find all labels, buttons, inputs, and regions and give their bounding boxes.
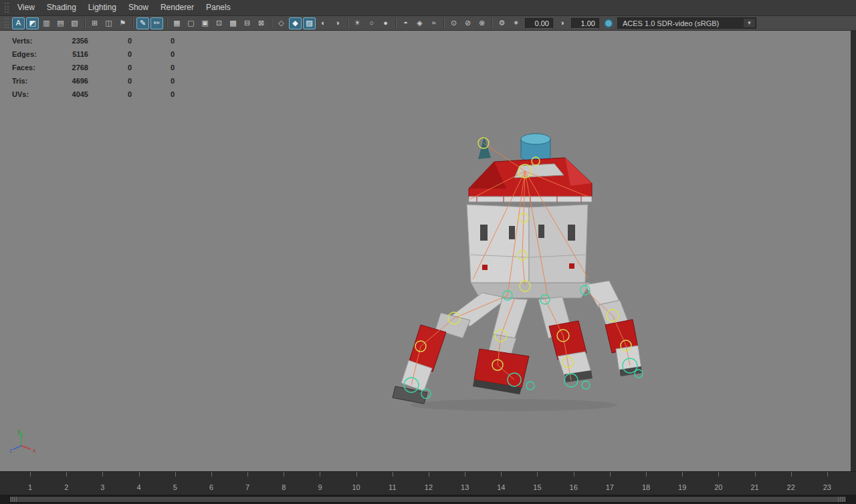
timeline-frame-number: 5	[173, 483, 177, 491]
toolbar-grip[interactable]	[5, 18, 9, 28]
color-management-icon[interactable]	[604, 19, 613, 28]
menubar-items: ViewShadingLightingShowRendererPanels	[11, 0, 237, 16]
2d-pan-zoom-icon[interactable]: ⊞	[88, 17, 101, 29]
menu-item-view[interactable]: View	[11, 0, 41, 16]
timeline-tick	[175, 472, 176, 477]
range-end-handle[interactable]	[838, 497, 846, 502]
wireframe-icon[interactable]: ◇	[275, 17, 288, 29]
timeline-frame-number: 21	[750, 483, 758, 491]
hud-row: UVs:404500	[12, 88, 175, 101]
timeline-frame[interactable]: 12	[411, 472, 447, 495]
grid-icon[interactable]: ▦	[171, 17, 183, 29]
gamma-icon[interactable]: ◑	[556, 17, 568, 29]
timeline-frame[interactable]: 1	[12, 472, 48, 495]
shaded-icon[interactable]: ◆	[289, 17, 302, 29]
image-plane-icon[interactable]: ▧	[68, 17, 81, 29]
timeline-frame-number: 7	[245, 483, 249, 491]
safe-title-icon[interactable]: ⊠	[255, 17, 268, 29]
lighting-default-icon[interactable]: ○	[365, 17, 378, 29]
hud-row: Tris:469600	[12, 74, 175, 88]
time-slider[interactable]: 1234567891011121314151617181920212223	[0, 471, 856, 495]
timeline-tick	[320, 472, 320, 477]
menu-item-panels[interactable]: Panels	[200, 0, 237, 16]
hud-value: 4696	[52, 77, 88, 85]
menu-item-shading[interactable]: Shading	[41, 0, 82, 16]
timeline-frame-number: 9	[318, 483, 322, 491]
timeline-tick	[610, 472, 611, 477]
timeline-frame[interactable]: 5	[157, 472, 193, 495]
timeline-frame-number: 22	[787, 483, 795, 491]
menu-item-renderer[interactable]: Renderer	[154, 0, 200, 16]
use-default-material-icon[interactable]: ◐	[317, 17, 330, 29]
timeline-tick	[247, 472, 248, 477]
film-gate-icon[interactable]: ▢	[185, 17, 197, 29]
menu-item-show[interactable]: Show	[122, 0, 154, 16]
hud-value: 4045	[52, 90, 88, 98]
film-strip-icon[interactable]: ◫	[102, 17, 115, 29]
toolbar-separator	[443, 18, 444, 28]
viewport-3d[interactable]: Verts:235600Edges:511600Faces:276800Tris…	[0, 31, 856, 471]
resolution-gate-icon[interactable]: ▣	[199, 17, 211, 29]
grease-marker-icon[interactable]: ✏	[150, 17, 163, 29]
timeline-frame-number: 14	[497, 483, 505, 491]
timeline-tick	[537, 472, 538, 477]
hud-value-col3: 0	[132, 50, 175, 58]
range-start-handle[interactable]	[10, 497, 18, 502]
exposure-icon[interactable]: ✶	[510, 17, 522, 29]
safe-action-icon[interactable]: ⊟	[241, 17, 253, 29]
lock-camera-icon[interactable]: ◩	[26, 17, 39, 29]
anti-aliasing-icon[interactable]: ≈	[427, 17, 440, 29]
select-camera-icon[interactable]: A	[12, 17, 25, 29]
gamma-field[interactable]: 1.00	[571, 18, 599, 29]
wireframe-on-shaded-icon[interactable]: ◑	[331, 17, 344, 29]
motion-blur-icon[interactable]: ◈	[413, 17, 426, 29]
display-settings-gear-icon[interactable]: ⚙	[496, 17, 508, 29]
timeline-frame[interactable]: 17	[592, 472, 628, 495]
bookmarks-icon[interactable]: ▤	[54, 17, 67, 29]
range-slider-bar[interactable]	[9, 496, 847, 503]
timeline-frame[interactable]: 19	[664, 472, 700, 495]
timeline-frame[interactable]: 13	[447, 472, 483, 495]
x-ray-joints-icon[interactable]: ⊗	[475, 17, 488, 29]
timeline-frame[interactable]: 20	[700, 472, 736, 495]
timeline-frame-number: 12	[425, 483, 433, 491]
hud-value-col3: 0	[132, 37, 175, 45]
timeline-tick	[501, 472, 502, 477]
timeline-frame[interactable]: 3	[84, 472, 120, 495]
hud-value-col2: 0	[88, 64, 132, 72]
field-chart-icon[interactable]: ▩	[227, 17, 239, 29]
timeline-frame[interactable]: 10	[338, 472, 374, 495]
timeline-frame[interactable]: 22	[773, 472, 809, 495]
timeline-frame[interactable]: 21	[736, 472, 772, 495]
timeline-frame[interactable]: 16	[556, 472, 592, 495]
timeline-frame[interactable]: 6	[193, 472, 229, 495]
timeline-frame[interactable]: 2	[48, 472, 84, 495]
robot-model[interactable]	[370, 124, 657, 418]
timeline-frame[interactable]: 18	[628, 472, 664, 495]
x-ray-icon[interactable]: ⊘	[461, 17, 474, 29]
timeline-frame[interactable]: 4	[121, 472, 157, 495]
bookmark-flag-icon[interactable]: ⚑	[116, 17, 129, 29]
screen-space-ao-icon[interactable]: ◓	[399, 17, 412, 29]
lighting-all-icon[interactable]: ☀	[351, 17, 364, 29]
timeline-frame[interactable]: 23	[809, 472, 845, 495]
timeline-frame[interactable]: 14	[483, 472, 519, 495]
exposure-field[interactable]: 0.00	[525, 18, 553, 29]
hud-row: Faces:276800	[12, 61, 175, 74]
gate-mask-icon[interactable]: ⊡	[213, 17, 225, 29]
textured-icon[interactable]: ▨	[303, 17, 316, 29]
timeline-frame-number: 15	[533, 483, 541, 491]
camera-attributes-icon[interactable]: ▥	[40, 17, 53, 29]
menu-item-lighting[interactable]: Lighting	[82, 0, 122, 16]
timeline-frame[interactable]: 11	[374, 472, 411, 495]
hud-value-col2: 0	[88, 77, 132, 85]
isolate-select-icon[interactable]: ⊙	[447, 17, 460, 29]
shadows-icon[interactable]: ●	[379, 17, 392, 29]
timeline-frame[interactable]: 7	[229, 472, 265, 495]
timeline-frame[interactable]: 9	[302, 472, 338, 495]
view-transform-dropdown[interactable]: ACES 1.0 SDR-video (sRGB) ▼	[617, 17, 756, 29]
timeline-frame[interactable]: 15	[519, 472, 555, 495]
grease-pencil-icon[interactable]: ✎	[136, 17, 149, 29]
menubar-grip[interactable]	[5, 3, 9, 13]
timeline-frame[interactable]: 8	[265, 472, 302, 495]
